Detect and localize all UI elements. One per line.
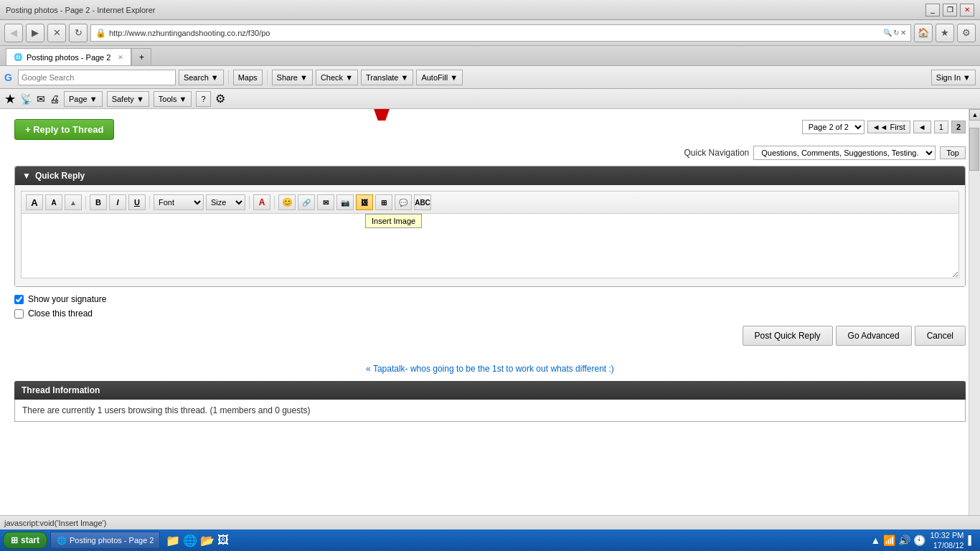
cancel-button[interactable]: Cancel — [915, 326, 966, 346]
bold-button[interactable]: B — [90, 194, 107, 210]
photo-taskbar-icon[interactable]: 🖼 — [217, 534, 229, 537]
link-button[interactable]: 🔗 — [298, 194, 315, 210]
signature-checkbox[interactable] — [14, 295, 24, 304]
favorites-star-icon[interactable]: ★ — [4, 91, 16, 107]
page-dropdown[interactable]: Page 2 of 2 — [802, 120, 864, 134]
image-placeholder-button[interactable]: 📷 — [336, 194, 354, 210]
taskbar: ⊞ start 🌐 Posting photos - Page 2 📁 🌐 📂 … — [0, 529, 980, 537]
close-thread-checkbox[interactable] — [14, 309, 24, 319]
table-button[interactable]: ⊞ — [375, 194, 392, 210]
show-hidden-icon[interactable]: ▲ — [871, 534, 881, 537]
start-label: start — [21, 535, 39, 537]
refresh-button[interactable]: ↻ — [69, 24, 88, 42]
reply-to-thread-button[interactable]: + Reply to Thread — [14, 119, 114, 140]
address-bar[interactable]: 🔒 http://www.nzhuntingandshooting.co.nz/… — [90, 24, 911, 42]
address-icons: 🔍 ↻ ✕ — [883, 29, 906, 37]
prev-page-button[interactable]: ◄ — [913, 121, 931, 133]
rss-icon[interactable]: 📡 — [20, 93, 32, 105]
check-button[interactable]: Check ▼ — [316, 70, 358, 85]
tools-button[interactable]: Tools ▼ — [154, 91, 192, 107]
go-advanced-button[interactable]: Go Advanced — [836, 326, 912, 346]
page-button[interactable]: Page ▼ — [64, 91, 103, 107]
mail-icon[interactable]: ✉ — [37, 93, 45, 105]
new-tab-button[interactable]: + — [131, 48, 151, 65]
taskbar-time: 10:32 PM 17/08/12 — [930, 530, 963, 537]
email-button[interactable]: ✉ — [317, 194, 334, 210]
taskbar-ie-item[interactable]: 🌐 Posting photos - Page 2 — [50, 532, 160, 537]
ie-icon: 🌐 — [57, 536, 67, 537]
minimize-button[interactable]: _ — [925, 4, 940, 17]
clock-icon[interactable]: 🕙 — [913, 534, 925, 537]
back-button[interactable]: ◀ — [4, 24, 23, 42]
tools-nav-button[interactable]: ⚙ — [957, 24, 976, 42]
window-controls: _ ❐ ✕ — [925, 4, 974, 17]
quick-reply-label: Quick Reply — [35, 171, 85, 181]
favorites-button[interactable]: ★ — [936, 24, 954, 42]
page-2-button[interactable]: 2 — [951, 121, 966, 133]
quote-button[interactable]: 💬 — [395, 194, 412, 210]
titlebar: Posting photos - Page 2 - Internet Explo… — [0, 0, 980, 20]
signin-button[interactable]: Sign In ▼ — [931, 70, 976, 85]
thread-nav-link[interactable]: « Tapatalk- whos going to be the 1st to … — [366, 364, 614, 374]
explorer-taskbar-icon[interactable]: 📁 — [166, 534, 180, 537]
network-icon[interactable]: 📶 — [883, 534, 895, 537]
users-browsing-text: There are currently 1 users browsing thi… — [22, 405, 311, 415]
forward-button[interactable]: ▶ — [26, 24, 44, 42]
scroll-up-button[interactable]: ▲ — [969, 109, 980, 121]
help-button[interactable]: ? — [196, 91, 210, 107]
google-search-input[interactable] — [18, 70, 176, 85]
print-icon[interactable]: 🖨 — [50, 93, 60, 105]
maps-button[interactable]: Maps — [233, 70, 263, 85]
tab-bar: 🌐 Posting photos - Page 2 ✕ + — [0, 46, 980, 66]
stop-small-icon[interactable]: ✕ — [900, 29, 906, 37]
close-thread-label: Close this thread — [28, 309, 93, 319]
italic-button[interactable]: I — [109, 194, 126, 210]
time-display: 10:32 PM — [930, 530, 963, 537]
reply-textarea[interactable] — [21, 214, 959, 278]
folder2-taskbar-icon[interactable]: 📂 — [200, 534, 215, 537]
editor-sep-3 — [249, 196, 250, 209]
refresh-small-icon[interactable]: ↻ — [893, 29, 899, 37]
post-quick-reply-button[interactable]: Post Quick Reply — [743, 326, 833, 346]
google-toolbar: G Search ▼ Maps Share ▼ Check ▼ Translat… — [0, 66, 980, 89]
thread-info-header: Thread Information — [14, 381, 966, 400]
translate-button[interactable]: Translate ▼ — [361, 70, 413, 85]
safety-button[interactable]: Safety ▼ — [107, 91, 149, 107]
stop-button[interactable]: ✕ — [47, 24, 66, 42]
autofill-button[interactable]: AutoFill ▼ — [416, 70, 463, 85]
insert-image-button[interactable]: 🖼 — [356, 194, 373, 210]
search-icon[interactable]: 🔍 — [883, 29, 892, 37]
google-search-button[interactable]: Search ▼ — [179, 70, 224, 85]
start-button[interactable]: ⊞ start — [3, 532, 47, 537]
underline-button[interactable]: U — [128, 194, 146, 210]
quick-nav-dropdown[interactable]: Questions, Comments, Suggestions, Testin… — [753, 146, 936, 160]
size-select[interactable]: Size — [206, 194, 245, 210]
active-tab[interactable]: 🌐 Posting photos - Page 2 ✕ — [6, 48, 131, 65]
font-size-increase-button[interactable]: A — [26, 194, 43, 210]
page-1-button[interactable]: 1 — [934, 121, 948, 133]
font-select[interactable]: Font — [154, 194, 204, 210]
show-desktop-button[interactable]: ▌ — [968, 535, 974, 537]
ie-taskbar-icon[interactable]: 🌐 — [183, 534, 197, 537]
font-color-button[interactable]: A — [253, 194, 270, 210]
sound-icon[interactable]: 🔊 — [898, 534, 910, 537]
restore-button[interactable]: ❐ — [943, 4, 957, 17]
share-button[interactable]: Share ▼ — [272, 70, 313, 85]
tab-close-icon[interactable]: ✕ — [118, 54, 123, 61]
tab-label: Posting photos - Page 2 — [27, 53, 110, 62]
nav-bar: ◀ ▶ ✕ ↻ 🔒 http://www.nzhuntingandshootin… — [0, 20, 980, 46]
close-button[interactable]: ✕ — [960, 4, 974, 17]
checkbox-area: Show your signature Close this thread — [14, 294, 966, 319]
color-button[interactable]: ▲ — [65, 194, 82, 210]
spell-check-button[interactable]: ABC — [414, 194, 431, 210]
scrollbar-thumb[interactable] — [969, 128, 979, 171]
settings-gear-icon[interactable]: ⚙ — [215, 92, 225, 105]
first-page-button[interactable]: ◄◄ First — [867, 121, 910, 133]
home-button[interactable]: 🏠 — [914, 24, 933, 42]
toolbar-sep-2 — [267, 70, 268, 85]
top-button[interactable]: Top — [940, 146, 966, 159]
right-scrollbar[interactable]: ▲ ▼ — [969, 109, 980, 529]
font-size-decrease-button[interactable]: A — [45, 194, 62, 210]
smiley-button[interactable]: 😊 — [278, 194, 296, 210]
color-icon: ▲ — [70, 199, 77, 207]
